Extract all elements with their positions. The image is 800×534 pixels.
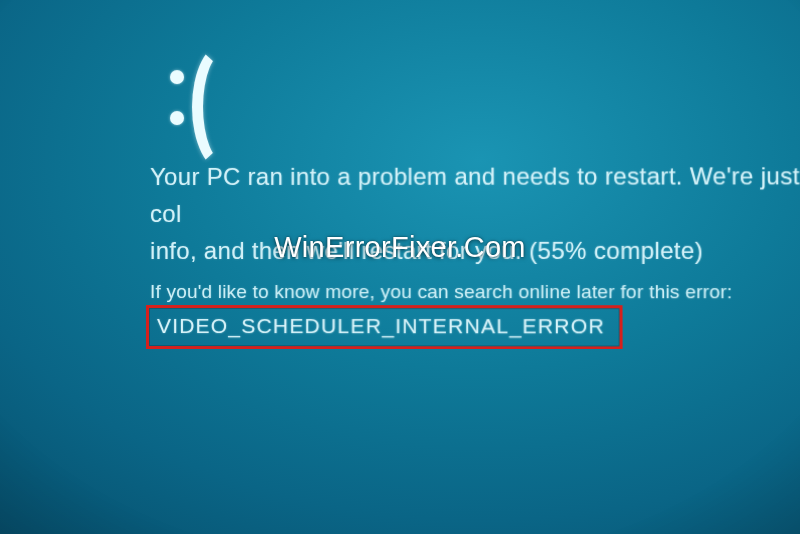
bsod-hint-message: If you'd like to know more, you can sear… — [150, 277, 800, 308]
bsod-screen: Your PC ran into a problem and needs to … — [150, 0, 800, 534]
sad-face-icon — [150, 18, 290, 158]
sad-face-eye-top — [170, 70, 184, 84]
sad-face-eye-bottom — [170, 111, 184, 125]
sad-face-mouth — [192, 42, 258, 172]
error-code-highlight-box: VIDEO_SCHEDULER_INTERNAL_ERROR — [146, 305, 622, 349]
bsod-error-code: VIDEO_SCHEDULER_INTERNAL_ERROR — [157, 314, 605, 338]
bsod-primary-message: Your PC ran into a problem and needs to … — [150, 157, 800, 269]
